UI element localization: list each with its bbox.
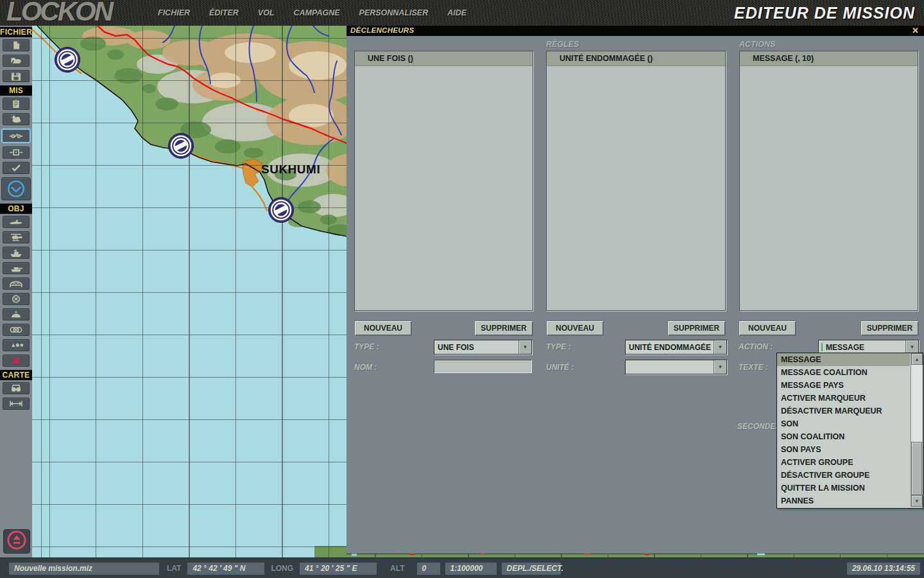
actions-column-header: ACTIONS — [739, 40, 775, 49]
save-mission-button[interactable] — [3, 70, 30, 82]
status-bar: Nouvelle mission.miz LAT 42 ° 42 ' 49 " … — [0, 557, 924, 578]
open-mission-button[interactable] — [3, 55, 30, 67]
alt-value: 0 — [417, 563, 440, 575]
vehicle-button[interactable] — [3, 262, 30, 274]
sidebar-section-obj: OBJ — [0, 204, 32, 214]
search-button[interactable] — [3, 382, 30, 394]
shapes-icon — [8, 340, 24, 350]
rule-type-combo[interactable]: UNITÉ ENDOMMAGÉE ▼ — [625, 340, 727, 355]
ruler-icon — [8, 399, 24, 408]
menu-item-fichier[interactable]: FICHIER — [158, 8, 190, 17]
dropdown-item[interactable]: SON COALITION — [777, 430, 910, 443]
trigger-name-input[interactable] — [434, 360, 532, 373]
long-label: LONG — [271, 564, 293, 573]
weather-button[interactable] — [3, 113, 30, 125]
trigger-type-label: TYPE : — [354, 342, 379, 351]
airplane-button[interactable] — [3, 216, 30, 228]
main-menu: FICHIERÉDITERVOLCAMPAGNEPERSONNALISERAID… — [158, 0, 466, 26]
dropdown-item[interactable]: QUITTER LA MISSION — [777, 482, 910, 495]
new-file-icon — [8, 40, 24, 50]
menu-item-vol[interactable]: VOL — [258, 8, 275, 17]
trigger-zone-marker[interactable] — [269, 198, 294, 223]
action-dropdown-list[interactable]: MESSAGEMESSAGE COALITIONMESSAGE PAYSACTI… — [776, 353, 923, 509]
trigger-type-combo[interactable]: UNE FOIS ▼ — [434, 340, 532, 355]
close-icon[interactable]: ✕ — [912, 26, 919, 35]
static-object-button[interactable] — [3, 277, 30, 290]
helicopter-icon — [8, 232, 24, 242]
delete-action-button[interactable]: SUPPRIMER — [860, 320, 919, 336]
actions-list[interactable]: MESSAGE (, 10) — [739, 51, 918, 311]
dropdown-scrollbar[interactable]: ▲ ▼ — [911, 353, 923, 507]
chevron-down-icon[interactable]: ▼ — [714, 340, 726, 354]
menu-item-aide[interactable]: AIDE — [447, 8, 466, 17]
dropdown-item[interactable]: MESSAGE PAYS — [777, 379, 910, 392]
dropdown-item[interactable]: DÉSACTIVER GROUPE — [777, 469, 910, 482]
trigger-switch-icon — [8, 131, 24, 141]
menu-item-campagne[interactable]: CAMPAGNE — [294, 8, 340, 17]
dropdown-item[interactable]: MESSAGE COALITION — [777, 366, 910, 379]
chevron-down-icon[interactable]: ▼ — [905, 340, 918, 354]
dropdown-item[interactable]: MESSAGE — [777, 353, 910, 366]
dropdown-item[interactable]: ACTIVER MARQUEUR — [777, 392, 910, 405]
panel-title: DÉCLENCHEURS — [350, 26, 414, 34]
new-trigger-button[interactable]: NOUVEAU — [354, 320, 412, 336]
list-item[interactable]: UNITÉ ENDOMMAGÉE () — [547, 51, 725, 66]
rules-list[interactable]: UNITÉ ENDOMMAGÉE () — [546, 51, 726, 311]
bridge-icon — [8, 279, 24, 288]
trigger-zone-marker[interactable] — [169, 134, 194, 159]
list-item[interactable]: MESSAGE (, 10) — [740, 51, 918, 66]
ship-button[interactable] — [3, 247, 30, 259]
validate-button[interactable] — [3, 162, 30, 174]
dropdown-item[interactable]: ACTIVER GROUPE — [777, 456, 910, 469]
dropdown-item[interactable]: DÉSACTIVER MARQUEUR — [777, 405, 910, 417]
delete-button[interactable] — [3, 355, 30, 367]
chevron-down-icon[interactable]: ▼ — [714, 360, 726, 374]
templates-button[interactable] — [3, 339, 30, 351]
scroll-up-icon[interactable]: ▲ — [911, 353, 923, 365]
airbase-button[interactable] — [3, 308, 30, 320]
dropdown-item[interactable]: SON — [777, 417, 910, 430]
new-rule-button[interactable]: NOUVEAU — [546, 320, 604, 336]
triggers-button[interactable] — [1, 128, 31, 143]
target-point-button[interactable] — [3, 293, 30, 305]
long-value: 41 ° 20 ' 25 " E — [300, 563, 377, 575]
rule-unit-combo[interactable]: ▼ — [625, 360, 727, 374]
triggers-list[interactable]: UNE FOIS () — [354, 51, 533, 311]
helicopter-button[interactable] — [3, 231, 30, 243]
binoculars-icon — [8, 383, 24, 393]
city-label: SUKHUMI — [261, 162, 320, 176]
scroll-down-icon[interactable]: ▼ — [911, 495, 923, 507]
measure-button[interactable] — [3, 398, 30, 410]
rule-type-label: TYPE : — [546, 342, 571, 351]
dome-icon — [8, 310, 24, 319]
summary-button[interactable] — [1, 177, 31, 200]
trigger-zone-marker[interactable] — [55, 48, 80, 73]
check-icon — [8, 163, 24, 173]
new-action-button[interactable]: NOUVEAU — [739, 320, 796, 336]
panel-titlebar[interactable]: DÉCLENCHEURS ✕ — [346, 26, 924, 36]
list-item[interactable]: UNE FOIS () — [355, 51, 533, 66]
zones-button[interactable] — [3, 324, 30, 336]
scrollbar-thumb[interactable] — [911, 442, 922, 495]
mission-editor-window: LOCKON FICHIERÉDITERVOLCAMPAGNEPERSONNAL… — [0, 0, 924, 578]
briefing-icon — [8, 99, 24, 109]
airplane-icon — [8, 217, 24, 227]
dropdown-item[interactable]: SON PAYS — [777, 443, 910, 456]
chevron-down-icon[interactable]: ▼ — [518, 340, 531, 354]
waypoint-target-icon — [8, 148, 24, 157]
rule-unit-label: UNITÉ : — [546, 363, 574, 372]
waypoint-button[interactable] — [3, 146, 30, 159]
menu-item-personnaliser[interactable]: PERSONNALISER — [359, 8, 429, 17]
lat-label: LAT — [167, 564, 181, 573]
action-type-label: ACTION : — [739, 342, 773, 351]
menu-item-diter[interactable]: ÉDITER — [209, 8, 239, 17]
delete-trigger-button[interactable]: SUPPRIMER — [474, 320, 533, 336]
exit-button[interactable] — [3, 529, 30, 554]
dropdown-item[interactable]: PANNES — [777, 495, 910, 507]
new-mission-button[interactable] — [3, 39, 30, 51]
filename-box: Nouvelle mission.miz — [9, 563, 159, 575]
briefing-button[interactable] — [3, 98, 30, 110]
datetime-display: 29.06.10 13:14:55 — [847, 563, 920, 575]
delete-rule-button[interactable]: SUPPRIMER — [667, 320, 726, 336]
sidebar-section-mis: MIS — [0, 85, 32, 96]
